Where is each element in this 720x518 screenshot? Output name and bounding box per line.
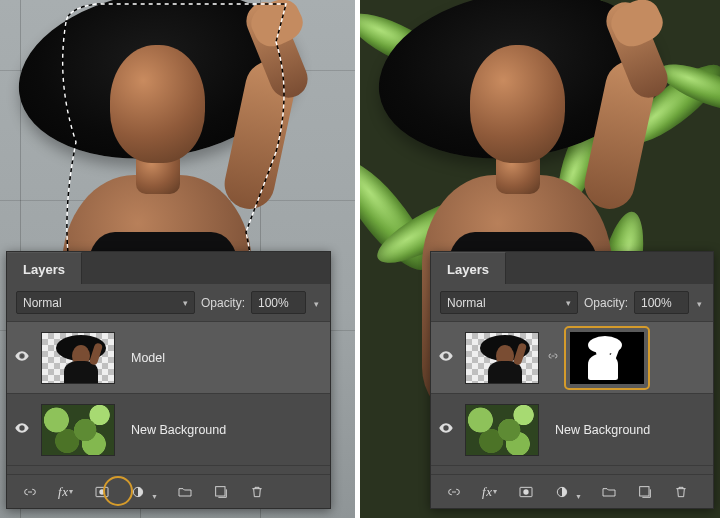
chevron-down-icon[interactable] (312, 296, 321, 310)
svg-point-1 (21, 427, 24, 430)
layer-row[interactable]: Model (7, 322, 330, 394)
layers-bottom-bar: fx ▼ (7, 474, 330, 508)
fx-icon[interactable]: fx (481, 483, 499, 501)
chevron-down-icon (566, 297, 571, 308)
blend-mode-value: Normal (23, 296, 62, 310)
blend-mode-dropdown[interactable]: Normal (440, 291, 578, 314)
layer-name[interactable]: New Background (543, 423, 650, 437)
link-icon[interactable] (21, 483, 39, 501)
new-layer-icon[interactable] (636, 483, 654, 501)
svg-rect-5 (216, 486, 225, 495)
opacity-field[interactable]: 100% (634, 291, 689, 314)
link-icon[interactable] (445, 483, 463, 501)
blend-mode-dropdown[interactable]: Normal (16, 291, 195, 314)
layer-row[interactable] (431, 322, 713, 394)
opacity-field[interactable]: 100% (251, 291, 306, 314)
layer-row[interactable]: New Background (431, 394, 713, 466)
trash-icon[interactable] (672, 483, 690, 501)
new-layer-icon[interactable] (212, 483, 230, 501)
chevron-down-icon[interactable] (695, 296, 704, 310)
layer-name[interactable]: New Background (119, 423, 226, 437)
layers-bottom-bar: fx ▼ (431, 474, 713, 508)
layer-row[interactable]: New Background (7, 394, 330, 466)
layer-thumbnail[interactable] (465, 332, 539, 384)
adjustment-icon[interactable] (553, 483, 571, 501)
blend-row: Normal Opacity: 100% (431, 284, 713, 322)
layers-panel: Layers Normal Opacity: 100% (6, 251, 331, 509)
svg-point-9 (523, 489, 528, 494)
opacity-value: 100% (641, 296, 672, 310)
trash-icon[interactable] (248, 483, 266, 501)
layer-name[interactable]: Model (119, 351, 165, 365)
layer-mask-thumbnail[interactable] (570, 332, 644, 384)
layer-thumbnail[interactable] (41, 404, 115, 456)
adjustment-icon[interactable] (129, 483, 147, 501)
group-icon[interactable] (176, 483, 194, 501)
visibility-icon[interactable] (7, 348, 37, 367)
callout-highlight (567, 329, 647, 387)
visibility-icon[interactable] (431, 348, 461, 367)
opacity-label: Opacity: (201, 296, 245, 310)
svg-rect-11 (640, 486, 649, 495)
layers-panel: Layers Normal Opacity: 100% (430, 251, 714, 509)
layers-tab[interactable]: Layers (431, 252, 506, 284)
blend-mode-value: Normal (447, 296, 486, 310)
add-mask-icon[interactable] (93, 483, 111, 501)
tutorial-stage: Layers Normal Opacity: 100% (0, 0, 720, 518)
group-icon[interactable] (600, 483, 618, 501)
blend-row: Normal Opacity: 100% (7, 284, 330, 322)
visibility-icon[interactable] (431, 420, 461, 439)
svg-point-7 (445, 427, 448, 430)
panel-titlebar: Layers (431, 252, 713, 284)
visibility-icon[interactable] (7, 420, 37, 439)
chevron-down-icon (183, 297, 188, 308)
fx-icon[interactable]: fx (57, 483, 75, 501)
opacity-value: 100% (258, 296, 289, 310)
opacity-label: Opacity: (584, 296, 628, 310)
layers-tab[interactable]: Layers (7, 252, 82, 284)
chevron-down-icon: ▼ (151, 493, 158, 500)
chevron-down-icon: ▼ (575, 493, 582, 500)
layer-thumbnail[interactable] (465, 404, 539, 456)
svg-point-0 (21, 355, 24, 358)
svg-point-3 (99, 489, 104, 494)
mask-link-icon[interactable] (545, 350, 561, 365)
layer-thumbnail[interactable] (41, 332, 115, 384)
svg-point-6 (445, 355, 448, 358)
panel-titlebar: Layers (7, 252, 330, 284)
add-mask-icon[interactable] (517, 483, 535, 501)
